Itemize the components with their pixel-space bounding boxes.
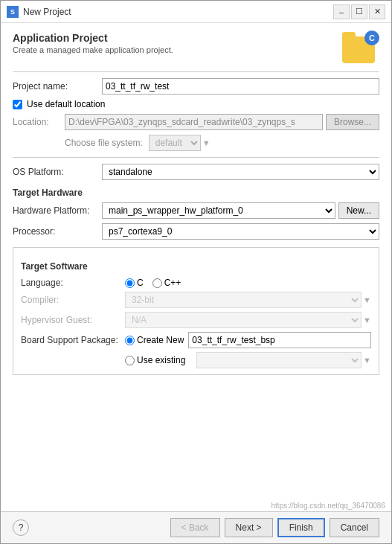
use-default-location-label: Use default location [27, 99, 105, 109]
hw-platform-select[interactable]: main_ps_wrapper_hw_platform_0 [102, 202, 335, 219]
hypervisor-row: Hypervisor Guest: N/A ▼ [21, 312, 371, 328]
bsp-use-existing-radio[interactable] [125, 356, 135, 365]
choose-fs-label: Choose file system: [65, 138, 143, 148]
location-row: Location: Browse... [13, 114, 379, 130]
finish-button[interactable]: Finish [277, 518, 325, 537]
processor-select[interactable]: ps7_cortexa9_0 [102, 223, 379, 240]
compiler-label: Compiler: [21, 295, 125, 305]
target-hardware-title: Target Hardware [13, 188, 379, 198]
hw-new-button[interactable]: New... [338, 202, 379, 219]
os-platform-select[interactable]: standalone [102, 164, 379, 180]
target-software-section: Target Software Language: C C++ Com [13, 247, 379, 375]
c-icon: C [364, 31, 379, 45]
bsp-existing-arrow: ▼ [363, 356, 371, 365]
bsp-use-existing-option[interactable]: Use existing [125, 355, 192, 365]
footer-buttons: < Back Next > Finish Cancel [170, 518, 379, 537]
title-bar-left: S New Project [7, 6, 71, 18]
os-platform-row: OS Platform: standalone [13, 164, 379, 180]
location-input [65, 114, 323, 130]
watermark: https://blog.csdn.net/qq_36470086 [1, 500, 391, 511]
app-subtitle: Create a managed make application projec… [13, 45, 173, 54]
filesystem-row: Choose file system: default ▼ [13, 135, 379, 151]
header-text: Application Project Create a managed mak… [13, 32, 173, 54]
project-name-input[interactable] [102, 78, 379, 95]
location-label: Location: [13, 117, 65, 127]
compiler-dropdown-arrow: ▼ [363, 295, 371, 304]
project-name-label: Project name: [13, 81, 102, 92]
lang-cpp-label: C++ [164, 278, 181, 288]
use-default-location-checkbox[interactable] [13, 100, 22, 109]
use-default-location-row: Use default location [13, 99, 379, 109]
dialog-footer: ? < Back Next > Finish Cancel [1, 511, 391, 543]
dialog-content: Application Project Create a managed mak… [1, 23, 391, 500]
main-divider [13, 157, 379, 158]
cancel-button[interactable]: Cancel [330, 518, 379, 537]
target-software-title: Target Software [21, 261, 371, 272]
header-divider [13, 71, 379, 72]
bsp-create-new-radio[interactable] [125, 336, 135, 345]
back-button[interactable]: < Back [170, 518, 220, 537]
bsp-label: Board Support Package: [21, 335, 125, 345]
app-icon: S [7, 6, 19, 18]
window-title: New Project [23, 7, 71, 17]
lang-c-option[interactable]: C [125, 278, 144, 288]
header-section: Application Project Create a managed mak… [13, 32, 379, 65]
help-button[interactable]: ? [13, 519, 29, 536]
project-name-row: Project name: [13, 78, 379, 95]
language-row: Language: C C++ [21, 278, 371, 288]
bsp-create-new-label: Create New [137, 335, 184, 345]
bsp-create-new-row: Board Support Package: Create New [21, 332, 371, 348]
processor-label: Processor: [13, 226, 102, 237]
bsp-use-existing-row: Use existing ▼ [21, 352, 371, 368]
window-controls: – ☐ ✕ [333, 4, 385, 19]
hw-platform-label: Hardware Platform: [13, 205, 102, 216]
language-label: Language: [21, 278, 125, 288]
app-title: Application Project [13, 32, 173, 44]
target-hardware-section: Target Hardware Hardware Platform: main_… [13, 188, 379, 240]
title-bar: S New Project – ☐ ✕ [1, 1, 391, 23]
compiler-select: 32-bit [125, 292, 362, 308]
hypervisor-label: Hypervisor Guest: [21, 315, 125, 325]
hypervisor-select: N/A [125, 312, 362, 328]
hw-platform-row: Hardware Platform: main_ps_wrapper_hw_pl… [13, 202, 379, 219]
next-button[interactable]: Next > [225, 518, 273, 537]
lang-cpp-option[interactable]: C++ [152, 278, 181, 288]
lang-c-label: C [137, 278, 144, 288]
minimize-button[interactable]: – [333, 4, 350, 19]
bsp-existing-select [196, 352, 362, 368]
language-radio-group: C C++ [125, 278, 181, 288]
processor-row: Processor: ps7_cortexa9_0 [13, 223, 379, 240]
compiler-row: Compiler: 32-bit ▼ [21, 292, 371, 308]
maximize-button[interactable]: ☐ [351, 4, 367, 19]
lang-cpp-radio[interactable] [152, 278, 162, 288]
browse-button[interactable]: Browse... [326, 114, 379, 130]
filesystem-select[interactable]: default [149, 135, 201, 151]
header-icon-area: C [342, 32, 379, 65]
bsp-create-new-option[interactable]: Create New [125, 335, 184, 345]
os-platform-label: OS Platform: [13, 167, 102, 177]
close-button[interactable]: ✕ [369, 4, 385, 19]
lang-c-radio[interactable] [125, 278, 135, 288]
bsp-use-existing-label: Use existing [137, 355, 185, 365]
fs-dropdown-arrow: ▼ [202, 138, 211, 147]
bsp-name-input[interactable] [188, 332, 371, 348]
hypervisor-dropdown-arrow: ▼ [363, 316, 371, 324]
main-window: S New Project – ☐ ✕ Application Project … [0, 0, 392, 544]
